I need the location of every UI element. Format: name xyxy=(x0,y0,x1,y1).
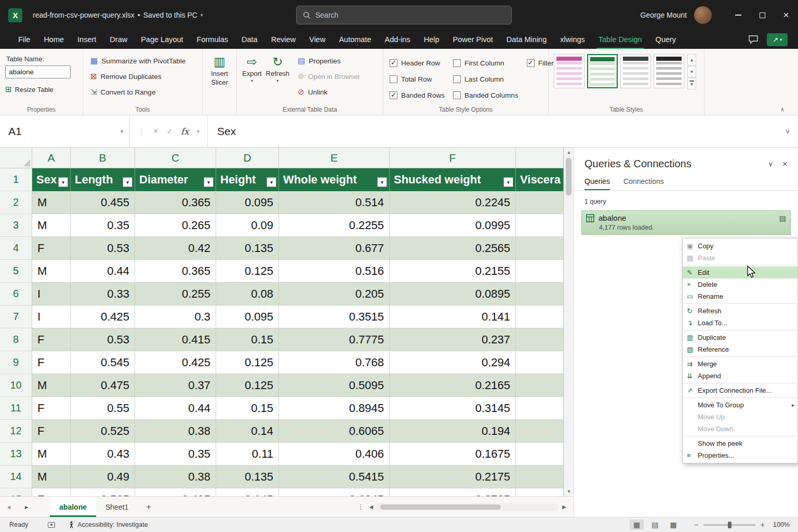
tab-add-ins[interactable]: Add-ins xyxy=(378,30,417,49)
cell[interactable] xyxy=(516,351,564,374)
cell[interactable]: 0.2565 xyxy=(390,237,516,260)
cell[interactable] xyxy=(516,214,564,237)
cell[interactable]: 0.0895 xyxy=(390,283,516,305)
cell[interactable] xyxy=(516,420,564,443)
cell[interactable]: 0.365 xyxy=(135,191,216,214)
export-button[interactable]: ⇨ Export ▾ xyxy=(242,53,262,104)
tab-table-design[interactable]: Table Design xyxy=(592,30,649,49)
avatar[interactable] xyxy=(694,6,712,24)
cell[interactable]: 0.141 xyxy=(390,305,516,328)
enter-icon[interactable]: ✓ xyxy=(166,127,173,136)
cell[interactable]: F xyxy=(32,328,71,351)
remove-duplicates-button[interactable]: ⊠Remove Duplicates xyxy=(88,69,197,84)
cell[interactable]: 0.53 xyxy=(71,237,135,260)
cell[interactable]: 0.38 xyxy=(135,420,216,443)
row-number[interactable]: 13 xyxy=(0,443,32,466)
cell[interactable]: 0.43 xyxy=(71,443,135,466)
vertical-scrollbar[interactable]: ▲ ▼ xyxy=(564,148,574,496)
cell[interactable]: 0.677 xyxy=(279,237,390,260)
cell[interactable]: 0.415 xyxy=(135,328,216,351)
search-input[interactable] xyxy=(315,11,487,19)
cell[interactable]: 0.237 xyxy=(390,328,516,351)
tab-help[interactable]: Help xyxy=(417,30,446,49)
cell[interactable]: 0.406 xyxy=(279,443,390,466)
menu-item-append[interactable]: ⇊Append xyxy=(683,370,797,382)
comments-icon[interactable] xyxy=(748,35,759,44)
cell[interactable]: 0.37 xyxy=(135,374,216,397)
peek-icon[interactable]: ▤ xyxy=(779,214,786,222)
tab-query[interactable]: Query xyxy=(649,30,683,49)
spreadsheet-grid[interactable]: ABCDEF1Sex▾Length▾Diameter▾Height▾Whole … xyxy=(0,148,564,496)
cell[interactable]: 0.42 xyxy=(135,237,216,260)
sheet-options-icon[interactable]: ⋮ xyxy=(357,503,364,511)
cancel-icon[interactable]: × xyxy=(153,126,158,137)
menu-item-move-to-group[interactable]: Move To Group▸ xyxy=(683,399,797,411)
cell[interactable]: 0.5415 xyxy=(279,466,390,488)
cell[interactable]: 0.2165 xyxy=(390,374,516,397)
column-header-b[interactable]: B xyxy=(71,148,135,168)
cell[interactable]: 0.265 xyxy=(135,214,216,237)
next-sheet-icon[interactable]: ▸ xyxy=(25,503,28,511)
tab-xlwings[interactable]: xlwings xyxy=(553,30,592,49)
cell[interactable]: 0.125 xyxy=(216,374,279,397)
row-number[interactable]: 7 xyxy=(0,305,32,328)
cell[interactable]: 0.135 xyxy=(216,237,279,260)
tab-review[interactable]: Review xyxy=(264,30,303,49)
tab-page-layout[interactable]: Page Layout xyxy=(134,30,190,49)
horizontal-scrollbar[interactable]: ◀ ▶ xyxy=(369,503,566,511)
restore-button[interactable] xyxy=(750,0,774,30)
filter-dropdown-icon[interactable]: ▾ xyxy=(204,177,214,187)
row-number[interactable]: 5 xyxy=(0,260,32,283)
row-number[interactable]: 8 xyxy=(0,328,32,351)
document-title[interactable]: read-from-csv-power-query.xlsx • Saved t… xyxy=(33,11,203,19)
cell[interactable]: M xyxy=(32,443,71,466)
row-number[interactable]: 9 xyxy=(0,351,32,374)
page-break-icon[interactable]: ▩ xyxy=(666,520,680,530)
filter-dropdown-icon[interactable]: ▾ xyxy=(58,177,68,187)
cell[interactable]: 0.7775 xyxy=(279,328,390,351)
table-header-sex[interactable]: Sex▾ xyxy=(32,168,71,191)
cell[interactable]: 0.0995 xyxy=(390,214,516,237)
cell[interactable]: 0.09 xyxy=(216,214,279,237)
menu-item-properties[interactable]: ≡Properties... xyxy=(683,449,797,461)
tab-power-pivot[interactable]: Power Pivot xyxy=(446,30,499,49)
query-list-item[interactable]: abalone ▤ 4,177 rows loaded. xyxy=(581,210,791,235)
menu-item-delete[interactable]: ×Delete xyxy=(683,278,797,290)
menu-item-merge[interactable]: ⇉Merge xyxy=(683,358,797,370)
cell[interactable]: 0.2175 xyxy=(390,466,516,488)
cell[interactable]: 0.145 xyxy=(216,488,279,496)
cell[interactable]: 0.35 xyxy=(135,443,216,466)
zoom-out-icon[interactable]: − xyxy=(694,521,698,529)
menu-item-duplicate[interactable]: ▥Duplicate xyxy=(683,331,797,343)
convert-to-range-button[interactable]: ⇲Convert to Range xyxy=(88,84,197,100)
column-header-e[interactable]: E xyxy=(279,148,390,168)
column-header-d[interactable]: D xyxy=(216,148,279,168)
cell[interactable]: 0.205 xyxy=(279,283,390,305)
cell[interactable]: 0.095 xyxy=(216,191,279,214)
insert-function-button[interactable]: fx xyxy=(181,126,189,137)
cell[interactable] xyxy=(516,283,564,305)
menu-item-show-the-peek[interactable]: Show the peek xyxy=(683,437,797,449)
row-number[interactable]: 1 xyxy=(0,168,32,191)
checkbox-first-column[interactable]: First Column xyxy=(453,55,518,71)
cell[interactable]: 0.8945 xyxy=(279,397,390,420)
sheet-tab-sheet1[interactable]: Sheet1 xyxy=(96,497,138,517)
select-all-corner[interactable] xyxy=(0,148,32,168)
resize-table-button[interactable]: ⊞ Resize Table xyxy=(5,85,77,94)
new-sheet-button[interactable]: + xyxy=(146,502,151,512)
menu-item-edit[interactable]: ✎Edit xyxy=(683,267,797,278)
gallery-up-icon[interactable]: ▲ xyxy=(687,54,696,65)
checkbox-total-row[interactable]: Total Row xyxy=(390,71,445,87)
table-style-black-banded[interactable] xyxy=(654,54,684,88)
cell[interactable] xyxy=(516,443,564,466)
cell[interactable]: 0.55 xyxy=(71,397,135,420)
cell[interactable] xyxy=(516,488,564,496)
cell[interactable]: 0.095 xyxy=(216,305,279,328)
tab-file[interactable]: File xyxy=(11,30,37,49)
cell[interactable]: 0.194 xyxy=(390,420,516,443)
filter-dropdown-icon[interactable]: ▾ xyxy=(377,177,387,187)
cell[interactable]: 0.11 xyxy=(216,443,279,466)
cell[interactable] xyxy=(516,397,564,420)
cell[interactable]: 0.514 xyxy=(279,191,390,214)
user-name[interactable]: George Mount xyxy=(641,11,687,19)
